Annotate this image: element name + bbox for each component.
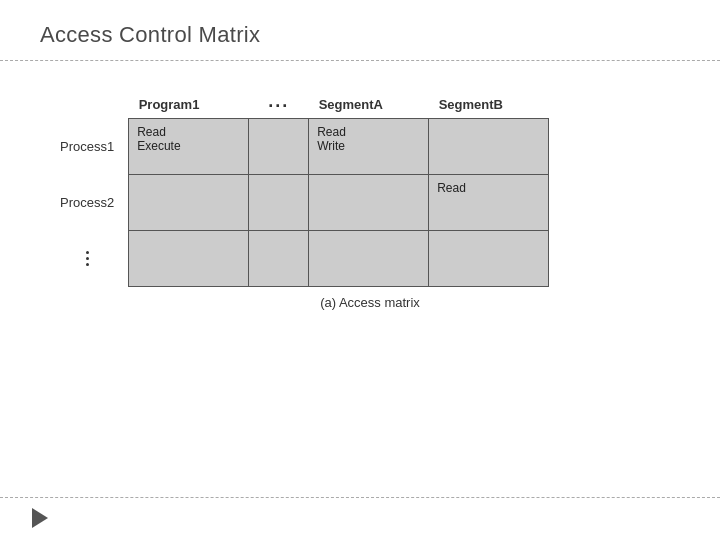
col-header-segmenta: SegmentA — [309, 80, 429, 118]
cell-p1-dots — [249, 118, 309, 174]
page-title: Access Control Matrix — [40, 22, 260, 48]
cell-p1-segmentb — [429, 118, 549, 174]
dot3 — [86, 263, 89, 266]
col-header-program1: Program1 — [129, 80, 249, 118]
cell-dots-segmenta — [309, 230, 429, 286]
row-labels: Process1 Process2 — [60, 118, 120, 286]
matrix-caption: (a) Access matrix — [50, 295, 690, 310]
table-row-dots — [129, 230, 549, 286]
cell-p2-segmentb: Read — [429, 174, 549, 230]
col-header-segmentb: SegmentB — [429, 80, 549, 118]
bottom-divider — [0, 497, 720, 498]
top-divider — [0, 60, 720, 61]
col-header-dots: ... — [249, 80, 309, 118]
row-label-process2: Process2 — [60, 174, 120, 230]
row-label-dots — [60, 230, 120, 286]
cell-p2-dots — [249, 174, 309, 230]
dot2 — [86, 257, 89, 260]
play-arrow-icon[interactable] — [32, 508, 48, 528]
cell-dots-dots — [249, 230, 309, 286]
cell-p2-program1 — [129, 174, 249, 230]
table-row-process2: Read — [129, 174, 549, 230]
cell-p1-segmenta: ReadWrite — [309, 118, 429, 174]
matrix-table-wrapper: Process1 Process2 Program1 ... SegmentA … — [60, 80, 690, 287]
matrix-grid: Program1 ... SegmentA SegmentB ReadExecu… — [128, 80, 549, 287]
row-label-process1: Process1 — [60, 118, 120, 174]
cell-p1-program1: ReadExecute — [129, 118, 249, 174]
cell-dots-segmentb — [429, 230, 549, 286]
table-row-process1: ReadExecute ReadWrite — [129, 118, 549, 174]
cell-p2-segmenta — [309, 174, 429, 230]
cell-dots-program1 — [129, 230, 249, 286]
matrix-container: Process1 Process2 Program1 ... SegmentA … — [50, 80, 690, 310]
dot1 — [86, 251, 89, 254]
